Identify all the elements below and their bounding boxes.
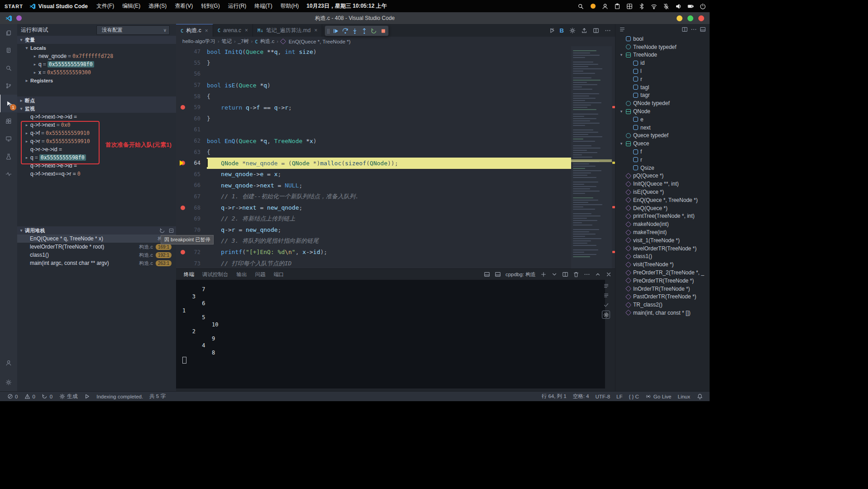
close-button[interactable] (698, 15, 704, 21)
b-extension-icon[interactable]: B (560, 27, 564, 34)
editor-gutter[interactable]: 57 (176, 80, 207, 91)
continue-icon[interactable] (333, 28, 339, 34)
step-into-icon[interactable] (352, 28, 358, 34)
step-over-icon[interactable] (342, 28, 348, 34)
outline-item[interactable]: r (615, 75, 710, 83)
volume-icon[interactable] (675, 3, 682, 10)
status-item-0[interactable]: 0 (38, 392, 56, 401)
tab-arena.c[interactable]: Carena.c× (213, 24, 253, 37)
code-line[interactable]: 69 // 2. 将新结点上传到链上 (176, 213, 615, 225)
check-icon[interactable] (603, 302, 609, 308)
watch-item[interactable]: q->f->next->e->id = (17, 162, 176, 170)
watch-item[interactable]: q->f->next==q->r =0 (17, 170, 176, 178)
gear-icon[interactable] (569, 27, 576, 34)
breadcrumb-item[interactable]: hello-algo学习 (182, 38, 215, 45)
terminal-session-label[interactable]: cppdbg: 构造 (506, 271, 536, 278)
status-item-空格:-4[interactable]: 空格: 4 (570, 392, 592, 401)
activity-testing[interactable] (0, 148, 17, 165)
editor-gutter[interactable]: 72 (176, 247, 207, 258)
code-line[interactable]: 68 q->r->next = new_qnode; (176, 202, 615, 213)
menu-转到(G)[interactable]: 转到(G) (197, 2, 224, 10)
panel-tab-调试控制台[interactable]: 调试控制台 (198, 269, 233, 280)
menu-文件(F)[interactable]: 文件(F) (92, 2, 118, 10)
list-icon[interactable] (603, 283, 609, 289)
outline-item[interactable]: PreOrderTR(TreeNode *) (615, 277, 710, 285)
minimap[interactable] (571, 46, 612, 272)
status-item-0[interactable]: 0 (4, 392, 21, 401)
editor-gutter[interactable]: 47 (176, 46, 207, 58)
system-clock[interactable]: 10月23日，星期三 10:05:12 上午 (306, 2, 386, 10)
outline-item[interactable]: PreOrderTR_2(TreeNode *, _ (615, 268, 710, 277)
callstack-section-header[interactable]: ▾ 调用堆栈 (17, 226, 176, 235)
code-line[interactable]: 64 QNode *new_qnode = (QNode *)malloc(si… (176, 158, 615, 169)
outline-item[interactable]: l (615, 67, 710, 75)
code-line[interactable]: 70 q->r = new_qnode; (176, 225, 615, 236)
status-item-共-5-字[interactable]: 共 5 字 (146, 392, 169, 401)
code-line[interactable]: 47bool InitQ(Quece **q, int size) (176, 46, 615, 58)
code-line[interactable]: 59 return q->f == q->r; (176, 102, 615, 113)
trash-icon[interactable] (573, 271, 579, 278)
wifi-icon[interactable] (651, 3, 657, 10)
watch-item[interactable]: ▸q->f=0x555555559910 (17, 129, 176, 137)
code-line[interactable]: 67 // 1. 创建--初始化一个新队列结点，准备入队列. (176, 191, 615, 202)
stop-icon[interactable] (380, 28, 386, 34)
list-icon[interactable] (603, 292, 609, 298)
layout-icon[interactable] (495, 271, 501, 278)
outline-item[interactable]: InitQ(Quece **, int) (615, 180, 710, 188)
layout-icon[interactable] (484, 271, 490, 278)
chevron-down-icon[interactable] (551, 271, 558, 278)
start-menu[interactable]: START (5, 4, 23, 9)
activity-run-and-debug[interactable]: 1 (0, 95, 18, 112)
outline-item[interactable]: id (615, 59, 710, 67)
menu-选择(S)[interactable]: 选择(S) (144, 2, 171, 10)
status-item-Indexing-completed.[interactable]: Indexing completed. (93, 392, 146, 401)
outline-item[interactable]: ▾Quece (615, 139, 710, 148)
close-icon[interactable] (606, 271, 612, 278)
clipboard-icon[interactable] (614, 3, 620, 10)
breakpoint-icon[interactable] (181, 206, 185, 210)
breadcrumb-item[interactable]: EnQ(Quece *, TreeNode *) (289, 39, 351, 44)
activity-manage[interactable] (0, 374, 17, 391)
layout-icon[interactable] (700, 26, 706, 33)
terminal[interactable]: 7 3 61 5 10 2 9 4 8 (176, 280, 605, 388)
outline-item[interactable]: TR_class2() (615, 301, 710, 309)
code-line[interactable]: 73 // 打印每个入队节点的ID (176, 258, 615, 269)
battery-icon[interactable] (687, 3, 694, 10)
outline-item[interactable]: DeQ(Quece *) (615, 204, 710, 212)
search-icon[interactable] (577, 3, 584, 10)
variables-section-header[interactable]: ▾ 变量 (17, 36, 176, 44)
outline-item[interactable]: makeTree(int) (615, 228, 710, 236)
outline-item[interactable]: printTree(TreeNode *, int) (615, 212, 710, 221)
menu-编辑(E)[interactable]: 编辑(E) (118, 2, 144, 10)
editor-gutter[interactable]: 58 (176, 91, 207, 102)
split-icon[interactable] (593, 27, 599, 34)
breakpoint-icon[interactable] (181, 105, 185, 110)
outline-item[interactable]: QNode typedef (615, 99, 710, 107)
outline-item[interactable]: visit(TreeNode *) (615, 260, 710, 268)
outline-item[interactable]: bool (615, 35, 710, 43)
code-editor[interactable]: 47bool InitQ(Quece **q, int size)55}5657… (176, 46, 615, 269)
status-item-UTF-8[interactable]: UTF-8 (592, 392, 613, 401)
plus-icon[interactable] (540, 271, 547, 278)
collapse-icon[interactable] (168, 227, 174, 234)
menu-运行(R)[interactable]: 运行(R) (224, 2, 251, 10)
editor-gutter[interactable]: 63 (176, 146, 207, 158)
activity-search[interactable] (0, 59, 17, 77)
status-item[interactable] (81, 392, 93, 401)
editor-gutter[interactable]: 64 (176, 158, 207, 169)
outline-item[interactable]: e (615, 115, 710, 124)
breadcrumb-item[interactable]: _7树 (238, 38, 249, 45)
status-item[interactable] (693, 392, 706, 401)
menu-终端(T)[interactable]: 终端(T) (250, 2, 276, 10)
code-line[interactable]: 66 new_qnode->next = NULL; (176, 180, 615, 191)
panel-tab-终端[interactable]: 终端 (180, 269, 198, 280)
tab-close-icon[interactable]: × (205, 28, 208, 34)
outline-item[interactable]: ▾TreeNode (615, 51, 710, 59)
mic-icon[interactable] (663, 3, 669, 10)
tab-close-icon[interactable]: × (245, 27, 248, 34)
activity-profiler[interactable] (0, 165, 17, 183)
code-line[interactable]: 55} (176, 58, 615, 69)
callstack-frame[interactable]: class1()构造.c192:1 (17, 251, 176, 259)
activity-documents[interactable] (0, 42, 17, 59)
locals-group-header[interactable]: ▾ Locals (17, 44, 176, 52)
